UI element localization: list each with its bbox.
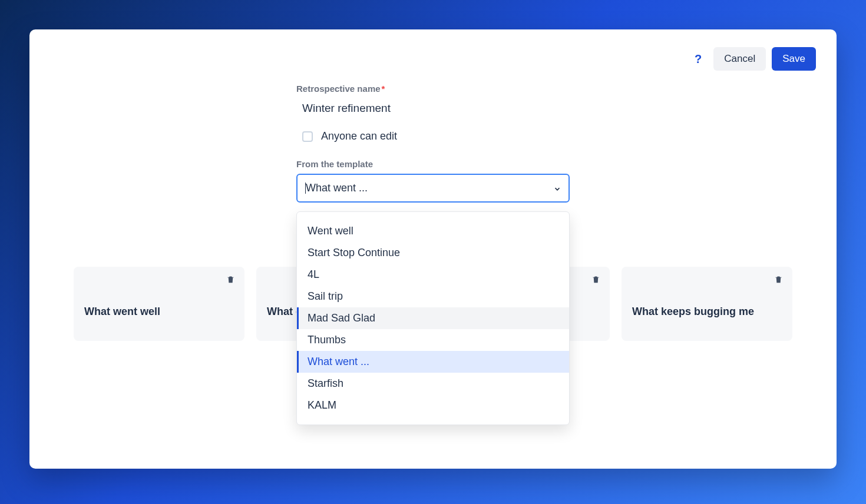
name-field-label: Retrospective name*	[296, 84, 570, 94]
trash-icon[interactable]	[226, 275, 235, 286]
column-title[interactable]: What went well	[84, 306, 234, 318]
template-option[interactable]: Starfish	[297, 373, 569, 394]
cancel-button[interactable]: Cancel	[713, 47, 766, 71]
column-title[interactable]: What keeps bugging me	[632, 306, 782, 318]
template-option[interactable]: Sail trip	[297, 286, 569, 307]
save-button[interactable]: Save	[772, 47, 816, 71]
anyone-can-edit-row: Anyone can edit	[296, 130, 570, 142]
template-option[interactable]: KALM	[297, 394, 569, 416]
help-icon[interactable]: ?	[695, 52, 702, 66]
template-select-wrap: What went ... Went wellStart Stop Contin…	[296, 174, 570, 203]
trash-icon[interactable]	[774, 275, 783, 286]
template-dropdown: Went wellStart Stop Continue4LSail tripM…	[296, 211, 570, 425]
template-selected-text: What went ...	[306, 182, 368, 194]
template-option[interactable]: Mad Sad Glad	[297, 307, 569, 329]
anyone-can-edit-checkbox[interactable]	[302, 131, 313, 142]
retrospective-name-input[interactable]: Winter refinement	[296, 101, 570, 116]
chevron-down-icon	[553, 185, 560, 192]
trash-icon[interactable]	[591, 275, 600, 286]
template-option[interactable]: Thumbs	[297, 329, 569, 351]
required-indicator: *	[382, 84, 385, 94]
modal-actions: ? Cancel Save	[695, 47, 816, 71]
name-label-text: Retrospective name	[296, 84, 381, 94]
form: Retrospective name* Winter refinement An…	[296, 84, 570, 203]
template-option[interactable]: 4L	[297, 264, 569, 286]
retro-column: What keeps bugging me	[622, 267, 792, 341]
retrospective-modal: ? Cancel Save Retrospective name* Winter…	[29, 29, 837, 469]
template-option[interactable]: Went well	[297, 220, 569, 242]
anyone-can-edit-label: Anyone can edit	[321, 130, 397, 142]
retro-column: What went well	[74, 267, 244, 341]
template-option[interactable]: What went ...	[297, 351, 569, 373]
template-field-label: From the template	[296, 159, 570, 169]
template-select[interactable]: What went ...	[296, 174, 570, 203]
template-option[interactable]: Start Stop Continue	[297, 242, 569, 264]
